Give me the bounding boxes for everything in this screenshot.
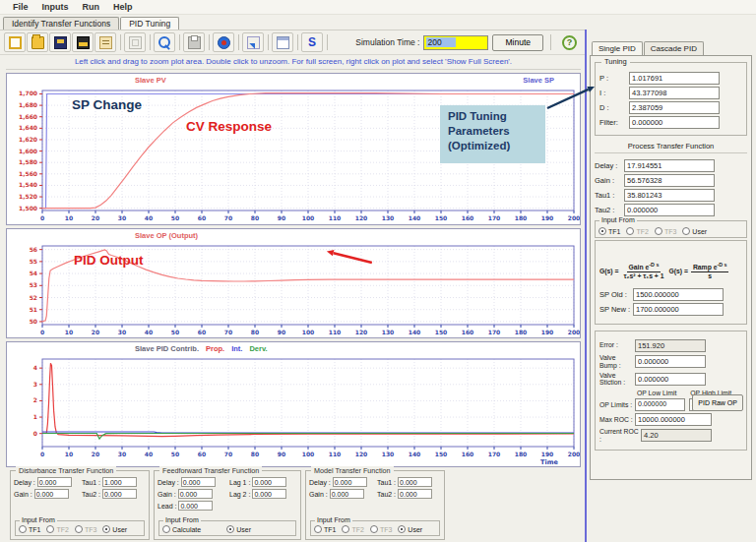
splitter[interactable] [585, 30, 587, 542]
max-roc-input[interactable]: 10000.000000 [635, 413, 712, 426]
disturbance-transfer-function-input-from: Input FromTF1TF2TF3User [15, 520, 145, 536]
op-limits-label: OP Limits : [599, 401, 635, 409]
callout-line: Parameters [448, 124, 537, 139]
process-delay-input[interactable]: 17.914551 [624, 159, 715, 172]
model-transfer-function-tau1-input[interactable]: 0.000 [398, 477, 432, 487]
model-transfer-function-input-from: Input FromTF1TF2TF3User [310, 520, 440, 536]
stop-icon[interactable]: S [301, 32, 323, 52]
disturbance-transfer-function-tau2-input[interactable]: 0.000 [102, 489, 137, 499]
svg-text:0: 0 [40, 329, 44, 335]
svg-text:200: 200 [568, 451, 580, 457]
callout-line: (Optimized) [448, 139, 537, 153]
tab-single-pid[interactable]: Single PID [592, 41, 643, 55]
tile-windows-icon[interactable] [124, 32, 146, 52]
model-transfer-function-gain-input[interactable]: 0.000 [330, 489, 364, 499]
tuning-p-input[interactable]: 1.017691 [629, 72, 720, 85]
toolbar-separator [238, 34, 239, 50]
feedforward-transfer-function-input-from: Input FromCalculateUser [158, 520, 296, 536]
menu-inputs[interactable]: Inputs [35, 1, 76, 13]
run-simulation-icon[interactable] [242, 32, 264, 52]
report-window-icon[interactable] [272, 32, 293, 52]
feedforward-transfer-function-lead-input[interactable]: 0.000 [178, 501, 213, 511]
disturbance-transfer-function-tf1-radio[interactable]: TF1 [19, 525, 40, 533]
toolbar-separator [268, 34, 269, 50]
model-transfer-function-user-radio[interactable]: User [398, 525, 422, 533]
svg-text:55: 55 [30, 258, 37, 265]
simulation-time-input[interactable]: 200 [423, 35, 488, 50]
input-from-title: Input From [20, 516, 57, 523]
feedforward-transfer-function-delay-input[interactable]: 0.000 [181, 477, 216, 487]
export-document-icon[interactable] [94, 32, 116, 52]
menu-run[interactable]: Run [76, 1, 107, 13]
model-transfer-function-tau2-input[interactable]: 0.000 [398, 489, 432, 499]
menu-file[interactable]: File [6, 1, 35, 13]
svg-text:140: 140 [409, 451, 421, 457]
feedforward-transfer-function-gain-input[interactable]: 0.000 [178, 489, 213, 499]
svg-text:60: 60 [198, 451, 206, 457]
process-user-radio[interactable]: User [682, 227, 707, 235]
pid-tab-strip: Single PIDCascade PID [590, 41, 753, 55]
disturbance-transfer-function-delay-input[interactable]: 0.000 [37, 477, 72, 487]
valve-stiction-input[interactable]: 0.000000 [635, 373, 706, 386]
web-help-icon[interactable] [213, 32, 234, 52]
model-transfer-function-delay-input[interactable]: 0.000 [333, 477, 367, 487]
toolbar-separator [120, 34, 121, 50]
process-input-from-group: Input From TF1TF2TF3User [595, 220, 747, 238]
model-transfer-function-tf1-radio[interactable]: TF1 [314, 525, 336, 533]
time-unit-button[interactable]: Minute [492, 34, 543, 51]
report-icon[interactable] [4, 32, 26, 52]
print-icon[interactable] [183, 32, 205, 52]
svg-text:50: 50 [30, 318, 37, 325]
current-roc-value: 4.20 [641, 429, 712, 442]
chart1-title-left: Slave PV [135, 76, 166, 85]
svg-text:30: 30 [118, 329, 126, 335]
model-transfer-function-tau2-label: Tau2 : [377, 491, 396, 498]
svg-text:1,560: 1,560 [19, 170, 37, 177]
svg-text:200: 200 [568, 214, 580, 221]
zoom-icon[interactable] [154, 32, 175, 52]
process-gain-input[interactable]: 56.576328 [624, 174, 715, 187]
menu-help[interactable]: Help [106, 1, 140, 13]
save-icon[interactable] [49, 32, 71, 52]
disturbance-transfer-function-user-radio[interactable]: User [102, 525, 127, 533]
model-transfer-function-tf2-radio: TF2 [342, 525, 363, 533]
disturbance-transfer-function-tau1-input[interactable]: 1.000 [102, 477, 137, 487]
disturbance-transfer-function-gain-input[interactable]: 0.000 [34, 489, 69, 499]
tab-cascade-pid[interactable]: Cascade PID [644, 41, 704, 55]
feedforward-transfer-function-user-radio[interactable]: User [226, 525, 251, 533]
pid-raw-op-button[interactable]: PID Raw OP [692, 394, 743, 411]
svg-text:190: 190 [541, 214, 554, 221]
svg-text:50: 50 [171, 451, 179, 457]
svg-text:4: 4 [33, 364, 37, 371]
help-icon[interactable]: ? [562, 35, 577, 50]
valve-bump-input[interactable]: 0.000000 [635, 355, 706, 368]
chart-panel-pid-contrib: Slave PID Contrib. Prop.Int.Derv. 012340… [6, 341, 581, 467]
open-file-icon[interactable] [27, 32, 48, 52]
tuning-d-input[interactable]: 2.387059 [629, 101, 720, 114]
tuning-group-title: Tuning [601, 57, 630, 66]
tuning-filter-input[interactable]: 0.000000 [629, 116, 720, 129]
svg-text:120: 120 [355, 451, 368, 457]
process-tau1-input[interactable]: 35.801243 [624, 189, 715, 202]
tab-pid-tuning[interactable]: PID Tuning [120, 17, 179, 30]
feedforward-transfer-function-delay-label: Delay : [158, 479, 179, 486]
svg-text:1,580: 1,580 [19, 158, 37, 165]
feedforward-transfer-function-lag-2-input[interactable]: 0.000 [252, 489, 286, 499]
op-low-limit-input[interactable]: 0.000000 [635, 398, 685, 411]
tuning-i-input[interactable]: 43.377098 [629, 87, 720, 99]
sp-sp-new-input[interactable]: 1700.000000 [633, 303, 724, 316]
feedforward-transfer-function-calculate-radio[interactable]: Calculate [162, 525, 201, 533]
feedforward-transfer-function-lag-1-input[interactable]: 0.000 [252, 477, 286, 487]
process-tau2-input[interactable]: 0.000000 [624, 204, 715, 216]
snapshot-icon[interactable] [72, 32, 94, 52]
sp-sp-old-input[interactable]: 1500.000000 [633, 288, 724, 301]
svg-text:80: 80 [251, 451, 259, 457]
pid-side-panel: Single PIDCascade PID Tuning P :1.017691… [590, 41, 753, 542]
svg-text:1: 1 [33, 413, 37, 420]
svg-text:30: 30 [118, 451, 126, 457]
tab-identify-transfer-functions[interactable]: Identify Transfer Functions [3, 17, 119, 30]
process-tf1-radio[interactable]: TF1 [598, 227, 620, 235]
pid-contrib-chart[interactable]: 0123401020304050607080901001101201301401… [9, 355, 580, 468]
svg-text:50: 50 [171, 214, 179, 221]
chart3-legend: Slave PID Contrib. Prop.Int.Derv. [135, 344, 268, 353]
